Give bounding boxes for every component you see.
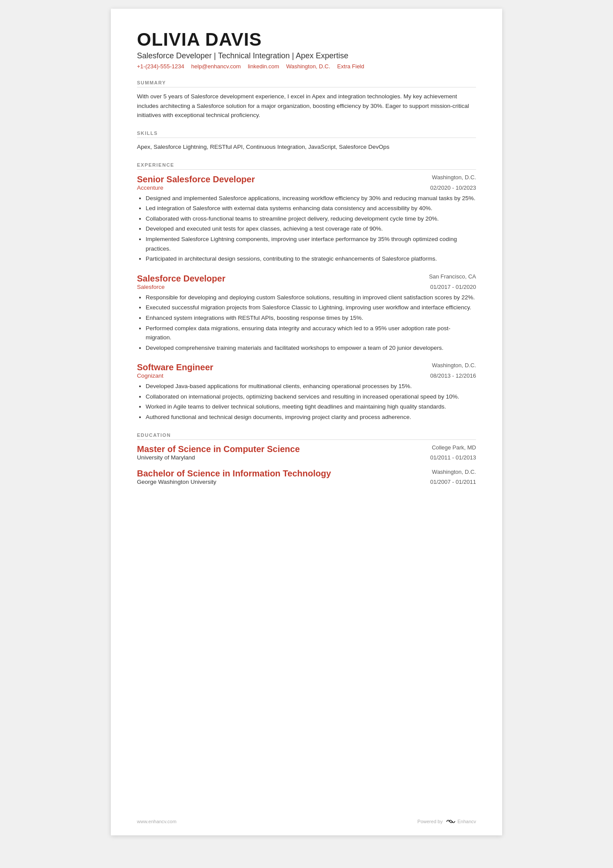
job-company-2: Salesforce	[137, 284, 165, 290]
job-company-row-3: Cognizant 08/2013 - 12/2016	[137, 372, 476, 379]
bullet-2-3: Enhanced system integrations with RESTfu…	[146, 313, 476, 323]
job-header-2: Salesforce Developer San Francisco, CA	[137, 273, 476, 284]
skills-text: Apex, Salesforce Lightning, RESTful API,…	[137, 142, 476, 152]
linkedin: linkedin.com	[248, 63, 279, 70]
powered-by-text: Powered by	[417, 819, 443, 824]
education-entry-1: Master of Science in Computer Science Co…	[137, 444, 476, 461]
edu-school-row-2: George Washington University 01/2007 - 0…	[137, 479, 476, 485]
edu-location-2: Washington, D.C.	[432, 469, 476, 475]
summary-section: SUMMARY With over 5 years of Salesforce …	[137, 80, 476, 120]
page-footer: www.enhancv.com Powered by Enhancv	[137, 818, 476, 825]
job-entry-3: Software Engineer Washington, D.C. Cogni…	[137, 362, 476, 422]
bullet-1-1: Designed and implemented Salesforce appl…	[146, 194, 476, 203]
job-date-2: 01/2017 - 01/2020	[430, 284, 476, 290]
experience-label: EXPERIENCE	[137, 162, 476, 170]
job-bullets-2: Responsible for developing and deploying…	[137, 293, 476, 353]
edu-date-1: 01/2011 - 01/2013	[430, 454, 476, 461]
bullet-1-3: Collaborated with cross-functional teams…	[146, 214, 476, 224]
job-bullets-1: Designed and implemented Salesforce appl…	[137, 194, 476, 264]
education-label: EDUCATION	[137, 432, 476, 440]
job-bullets-3: Developed Java-based applications for mu…	[137, 382, 476, 422]
email: help@enhancv.com	[191, 63, 241, 70]
resume-page: OLIVIA DAVIS Salesforce Developer | Tech…	[111, 9, 502, 835]
edu-degree-2: Bachelor of Science in Information Techn…	[137, 469, 331, 479]
job-location-3: Washington, D.C.	[432, 362, 476, 369]
edu-degree-1: Master of Science in Computer Science	[137, 444, 300, 454]
job-date-3: 08/2013 - 12/2016	[430, 372, 476, 379]
bullet-3-4: Authored functional and technical design…	[146, 412, 476, 422]
job-date-1: 02/2020 - 10/2023	[430, 184, 476, 191]
extra-field: Extra Field	[337, 63, 364, 70]
bullet-1-2: Led integration of Salesforce with exter…	[146, 204, 476, 213]
job-entry-2: Salesforce Developer San Francisco, CA S…	[137, 273, 476, 353]
candidate-name: OLIVIA DAVIS	[137, 30, 476, 50]
job-header-3: Software Engineer Washington, D.C.	[137, 362, 476, 372]
enhancv-brand-name: Enhancv	[457, 819, 476, 824]
job-company-3: Cognizant	[137, 372, 163, 379]
job-title-1: Senior Salesforce Developer	[137, 174, 255, 184]
job-title-3: Software Engineer	[137, 362, 213, 372]
header-section: OLIVIA DAVIS Salesforce Developer | Tech…	[137, 30, 476, 70]
summary-label: SUMMARY	[137, 80, 476, 87]
phone: +1-(234)-555-1234	[137, 63, 184, 70]
bullet-2-2: Executed successful migration projects f…	[146, 303, 476, 312]
bullet-2-1: Responsible for developing and deploying…	[146, 293, 476, 302]
edu-school-2: George Washington University	[137, 479, 217, 485]
bullet-2-5: Developed comprehensive training materia…	[146, 343, 476, 353]
contact-info: +1-(234)-555-1234 help@enhancv.com linke…	[137, 63, 476, 70]
education-entry-2: Bachelor of Science in Information Techn…	[137, 469, 476, 485]
job-entry-1: Senior Salesforce Developer Washington, …	[137, 174, 476, 264]
footer-brand: Powered by Enhancv	[417, 818, 476, 825]
job-company-row-1: Accenture 02/2020 - 10/2023	[137, 184, 476, 191]
job-location-2: San Francisco, CA	[429, 273, 476, 280]
skills-label: SKILLS	[137, 131, 476, 138]
bullet-3-1: Developed Java-based applications for mu…	[146, 382, 476, 391]
bullet-1-4: Developed and executed unit tests for ap…	[146, 224, 476, 234]
edu-school-row-1: University of Maryland 01/2011 - 01/2013	[137, 454, 476, 461]
job-header-1: Senior Salesforce Developer Washington, …	[137, 174, 476, 184]
candidate-title: Salesforce Developer | Technical Integra…	[137, 51, 476, 60]
edu-header-2: Bachelor of Science in Information Techn…	[137, 469, 476, 479]
footer-website: www.enhancv.com	[137, 819, 177, 824]
bullet-1-6: Participated in architectural design ses…	[146, 254, 476, 264]
bullet-3-2: Collaborated on international projects, …	[146, 392, 476, 402]
enhancv-logo-icon	[445, 818, 456, 825]
job-title-2: Salesforce Developer	[137, 273, 225, 284]
bullet-1-5: Implemented Salesforce Lightning compone…	[146, 235, 476, 253]
education-section: EDUCATION Master of Science in Computer …	[137, 432, 476, 485]
edu-school-1: University of Maryland	[137, 454, 195, 461]
edu-date-2: 01/2007 - 01/2011	[430, 479, 476, 485]
location: Washington, D.C.	[286, 63, 330, 70]
bullet-2-4: Performed complex data migrations, ensur…	[146, 324, 476, 342]
summary-text: With over 5 years of Salesforce developm…	[137, 92, 476, 120]
enhancv-logo: Enhancv	[445, 818, 476, 825]
edu-header-1: Master of Science in Computer Science Co…	[137, 444, 476, 454]
job-company-row-2: Salesforce 01/2017 - 01/2020	[137, 284, 476, 290]
bullet-3-3: Worked in Agile teams to deliver technic…	[146, 402, 476, 412]
job-company-1: Accenture	[137, 184, 163, 191]
skills-section: SKILLS Apex, Salesforce Lightning, RESTf…	[137, 131, 476, 152]
job-location-1: Washington, D.C.	[432, 174, 476, 181]
edu-location-1: College Park, MD	[432, 444, 476, 451]
experience-section: EXPERIENCE Senior Salesforce Developer W…	[137, 162, 476, 422]
